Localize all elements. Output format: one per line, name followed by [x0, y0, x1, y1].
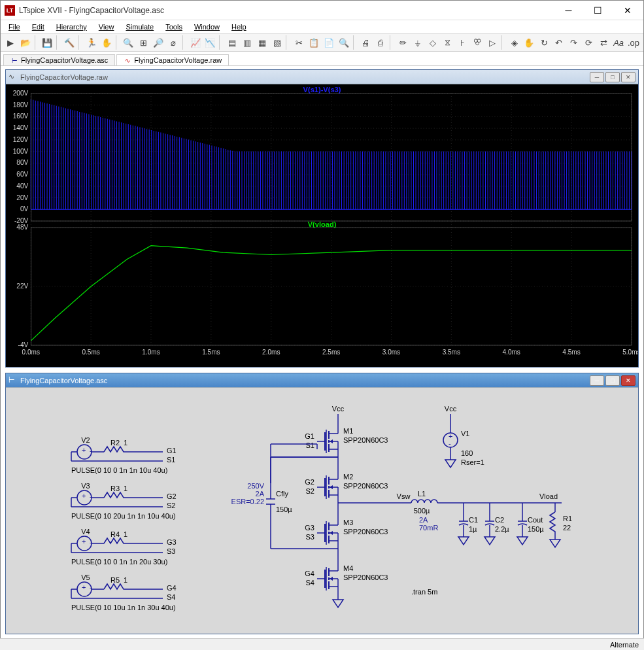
plot-window-title-bar[interactable]: ∿ FlyingCapacitorVoltage.raw ─ □ ✕	[6, 70, 638, 84]
close-all-icon[interactable]: ▧	[270, 35, 284, 50]
halt-icon[interactable]: ✋	[99, 35, 114, 50]
svg-text:R1: R1	[563, 515, 572, 522]
pan-icon[interactable]: ⊞	[136, 35, 150, 50]
capacitor-icon[interactable]: ⊦	[455, 35, 469, 50]
menu-edit[interactable]: Edit	[27, 22, 50, 32]
inner-minimize-button[interactable]: ─	[590, 72, 604, 82]
menu-window[interactable]: Window	[189, 22, 225, 32]
schematic-canvas[interactable]: +-V2R21G1S1PULSE(0 10 0 1n 1n 10u 40u)+-…	[6, 388, 638, 634]
zoom-fit-icon[interactable]: ⌀	[166, 35, 180, 50]
schematic-window-title-bar[interactable]: ⊢ FlyingCapacitorVoltage.asc ─ □ ✕	[6, 373, 638, 388]
tab-raw[interactable]: ∿ FlyingCapacitorVoltage.raw	[116, 54, 229, 65]
copy-icon[interactable]: 📋	[307, 35, 321, 50]
svg-text:Cout: Cout	[528, 516, 543, 524]
tile-horiz-icon[interactable]: ▤	[225, 35, 239, 50]
mirror-icon[interactable]: ⇄	[596, 35, 611, 50]
svg-text:S4: S4	[167, 593, 175, 601]
inner-close-button[interactable]: ✕	[621, 375, 636, 386]
inner-close-button[interactable]: ✕	[621, 72, 636, 82]
status-bar: Alternate	[0, 638, 644, 650]
find-icon[interactable]: 🔍	[337, 35, 351, 50]
print-setup-icon[interactable]: ⎙	[373, 35, 388, 50]
move-icon[interactable]: ✋	[522, 35, 536, 50]
maximize-button[interactable]: ☐	[583, 1, 613, 20]
svg-text:80V: 80V	[16, 159, 28, 166]
spice-directive-icon[interactable]: .op	[626, 35, 641, 50]
text-icon[interactable]: Aa	[611, 35, 626, 50]
run-icon[interactable]: 🏃	[84, 35, 99, 50]
pick-trace-icon[interactable]: 📉	[203, 35, 218, 50]
tile-vert-icon[interactable]: ▥	[240, 35, 254, 50]
svg-text:PULSE(0 10 0 1n 1n 10u 40u): PULSE(0 10 0 1n 1n 10u 40u)	[71, 466, 167, 474]
mdi-workspace: ∿ FlyingCapacitorVoltage.raw ─ □ ✕ -20V0…	[3, 65, 641, 637]
drag-icon[interactable]: ↻	[537, 35, 551, 50]
menu-bar: File Edit Hierarchy View Simulate Tools …	[1, 20, 643, 33]
inner-maximize-button[interactable]: □	[605, 375, 620, 386]
inductor-icon[interactable]: ꕢ	[470, 35, 484, 50]
new-schematic-icon[interactable]: ▶	[3, 35, 18, 50]
rotate-icon[interactable]: ⟳	[582, 35, 596, 50]
svg-text:V(s1)-V(s3): V(s1)-V(s3)	[303, 86, 341, 94]
svg-text:-: -	[90, 538, 92, 546]
open-icon[interactable]: 📂	[18, 35, 33, 50]
svg-text:R4: R4	[110, 530, 120, 538]
autorange-icon[interactable]: 📈	[188, 35, 203, 50]
plot-window[interactable]: ∿ FlyingCapacitorVoltage.raw ─ □ ✕ -20V0…	[5, 69, 639, 368]
svg-text:60V: 60V	[16, 171, 28, 178]
minimize-button[interactable]: ─	[554, 1, 583, 20]
resistor-icon[interactable]: ⧖	[441, 35, 455, 50]
control-panel-icon[interactable]: 🔨	[62, 35, 76, 50]
zoom-out-icon[interactable]: 🔎	[151, 35, 165, 50]
svg-text:G2: G2	[167, 492, 177, 500]
svg-text:M4: M4	[343, 564, 353, 572]
svg-text:1.5ms: 1.5ms	[202, 349, 220, 356]
cut-icon[interactable]: ✂	[292, 35, 306, 50]
menu-view[interactable]: View	[93, 22, 120, 32]
zoom-in-icon[interactable]: 🔍	[122, 35, 136, 50]
label-icon[interactable]: ◇	[426, 35, 440, 50]
menu-file[interactable]: File	[3, 22, 25, 32]
svg-text:M1: M1	[343, 427, 353, 435]
undo-icon[interactable]: ↶	[552, 35, 566, 50]
menu-tools[interactable]: Tools	[160, 22, 188, 32]
menu-hierarchy[interactable]: Hierarchy	[51, 22, 92, 32]
inner-minimize-button[interactable]: ─	[590, 375, 604, 386]
svg-text:V2: V2	[81, 436, 90, 444]
svg-text:20V: 20V	[16, 194, 28, 201]
redo-icon[interactable]: ↷	[567, 35, 581, 50]
svg-text:40V: 40V	[16, 182, 28, 190]
svg-text:3.5ms: 3.5ms	[443, 349, 460, 356]
ground-icon[interactable]: ⏚	[411, 35, 425, 50]
paste-icon[interactable]: 📄	[322, 35, 336, 50]
schematic-window-title: FlyingCapacitorVoltage.asc	[20, 377, 107, 385]
inner-maximize-button[interactable]: □	[605, 72, 620, 82]
component-icon[interactable]: ◈	[507, 35, 522, 50]
svg-text:S3: S3	[167, 547, 175, 555]
svg-text:SPP20N60C3: SPP20N60C3	[343, 573, 388, 581]
svg-text:2.2µ: 2.2µ	[495, 525, 509, 533]
svg-text:48V: 48V	[16, 224, 28, 231]
schematic-svg[interactable]: +-V2R21G1S1PULSE(0 10 0 1n 1n 10u 40u)+-…	[6, 388, 638, 634]
schematic-icon: ⊢	[10, 56, 18, 64]
menu-help[interactable]: Help	[226, 22, 252, 32]
schematic-window[interactable]: ⊢ FlyingCapacitorVoltage.asc ─ □ ✕ +-V2R…	[5, 373, 639, 634]
svg-text:S2: S2	[306, 487, 314, 495]
save-icon[interactable]: 💾	[41, 35, 55, 50]
svg-text:2.0ms: 2.0ms	[262, 349, 280, 356]
cascade-icon[interactable]: ▦	[255, 35, 269, 50]
draw-wire-icon[interactable]: ✏	[396, 35, 410, 50]
svg-text:+: +	[82, 538, 86, 545]
close-button[interactable]: ✕	[613, 1, 642, 20]
svg-text:180V: 180V	[13, 101, 29, 109]
svg-text:C1: C1	[469, 516, 478, 524]
plot-canvas[interactable]: -20V0V20V40V60V80V100V120V140V160V180V20…	[6, 84, 638, 367]
menu-simulate[interactable]: Simulate	[120, 22, 159, 32]
svg-text:Vcc: Vcc	[445, 405, 457, 413]
svg-text:0.0ms: 0.0ms	[22, 349, 40, 356]
document-tab-strip: ⊢ FlyingCapacitorVoltage.asc ∿ FlyingCap…	[1, 52, 643, 66]
svg-text:V4: V4	[81, 528, 90, 536]
plot-area[interactable]: -20V0V20V40V60V80V100V120V140V160V180V20…	[6, 84, 638, 367]
print-icon[interactable]: 🖨	[359, 35, 373, 50]
diode-icon[interactable]: ▷	[485, 35, 500, 50]
tab-asc[interactable]: ⊢ FlyingCapacitorVoltage.asc	[3, 54, 115, 65]
